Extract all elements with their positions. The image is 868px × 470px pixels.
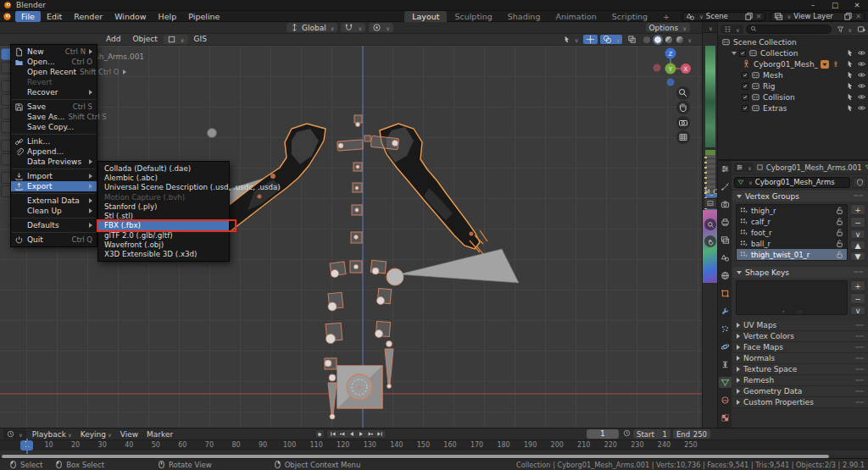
- proportional-edit-dropdown[interactable]: [369, 23, 393, 32]
- menubar-menu-pipeline[interactable]: Pipeline: [182, 11, 225, 22]
- menubar-menu-render[interactable]: Render: [68, 11, 108, 22]
- cursor-icon[interactable]: [845, 103, 854, 113]
- properties-tab-view-layer[interactable]: [719, 235, 732, 246]
- copy-icon[interactable]: [843, 12, 853, 21]
- export-menu-item-motion-capture-bvh-[interactable]: Motion Capture (.bvh): [98, 192, 229, 202]
- file-menu-item-import[interactable]: Import: [11, 171, 97, 181]
- properties-tab-particles[interactable]: [719, 323, 732, 335]
- move-group-up-button[interactable]: ▲: [850, 241, 865, 250]
- timeline-menu-playback[interactable]: Playback: [28, 430, 76, 439]
- timeline-ruler[interactable]: 1020304050607080901001101201301401501601…: [0, 440, 868, 450]
- export-menu-item-stl-stl-[interactable]: Stl (.stl): [98, 211, 229, 220]
- properties-tab-object[interactable]: [719, 288, 732, 299]
- gizmo-toggle[interactable]: [583, 35, 598, 44]
- view-layer-selector[interactable]: View Layer ✕: [771, 12, 865, 21]
- lock-open-icon[interactable]: [835, 217, 844, 226]
- properties-tab-object-data[interactable]: [719, 377, 732, 388]
- outliner-row-cyborg01-mesh-arms[interactable]: Cyborg01_Mesh_Arms: [718, 58, 868, 69]
- timeline-menu-view[interactable]: View: [116, 430, 142, 439]
- mode-dropdown[interactable]: [164, 35, 188, 44]
- prev-key-button[interactable]: [338, 430, 347, 438]
- collection-checkbox[interactable]: [742, 72, 748, 79]
- export-menu-item-collada-default-dae-[interactable]: Collada (Default) (.dae): [98, 163, 229, 173]
- nav-gizmo[interactable]: Z Y X: [654, 48, 692, 86]
- workspace-tab-layout[interactable]: Layout: [404, 11, 447, 22]
- outliner-display-mode[interactable]: [721, 25, 743, 34]
- panel-custom-properties[interactable]: Custom Properties══: [732, 397, 868, 408]
- file-menu-item-open-recent[interactable]: Open RecentShift Ctrl O: [11, 67, 97, 77]
- strip-image-dropdown[interactable]: [704, 198, 717, 208]
- file-menu-item-save[interactable]: SaveCtrl S: [11, 102, 97, 112]
- cursor-icon[interactable]: [845, 59, 854, 69]
- vertex-group-calf_r[interactable]: calf_r: [737, 216, 847, 227]
- side-editor-strip[interactable]: M_C: [702, 22, 717, 428]
- file-menu-item-new[interactable]: NewCtrl N: [11, 47, 97, 57]
- vertex-group-specials-button[interactable]: ∨: [850, 229, 865, 239]
- maximize-button[interactable]: □: [824, 0, 846, 10]
- copy-icon[interactable]: [744, 12, 754, 21]
- options-dropdown[interactable]: Options: [646, 23, 691, 32]
- select-mode-dropdown[interactable]: [559, 35, 581, 44]
- xray-toggle[interactable]: [625, 35, 639, 44]
- lock-open-icon[interactable]: [835, 228, 844, 237]
- properties-tab-constraints[interactable]: [719, 359, 732, 370]
- export-menu-item-alembic-abc-[interactable]: Alembic (.abc): [98, 173, 229, 182]
- properties-tab-material[interactable]: [719, 395, 732, 406]
- properties-tab-modifiers[interactable]: [719, 306, 732, 317]
- workspace-tab-shading[interactable]: Shading: [500, 11, 548, 22]
- export-menu-item-stanford-ply-[interactable]: Stanford (.ply): [98, 202, 229, 211]
- eye-icon[interactable]: [857, 92, 866, 102]
- add-shape-key-button[interactable]: +: [850, 280, 865, 291]
- eye-icon[interactable]: [857, 59, 866, 69]
- jump-last-button[interactable]: [376, 430, 384, 438]
- strip-zoom-button[interactable]: [704, 218, 716, 230]
- timeline-menu-keying[interactable]: Keying: [76, 430, 116, 439]
- properties-tab-tool[interactable]: [719, 181, 732, 192]
- properties-tab-scene[interactable]: [719, 252, 732, 263]
- mesh-name-field[interactable]: Cyborg01_Mesh_Arms: [734, 177, 850, 188]
- scene-selector[interactable]: Scene ✕: [682, 12, 765, 21]
- panel-face-maps[interactable]: Face Maps══: [732, 342, 868, 353]
- remove-shape-key-button[interactable]: −: [850, 293, 865, 304]
- properties-tab-texture[interactable]: [719, 412, 732, 423]
- panel-normals[interactable]: Normals══: [732, 353, 868, 364]
- properties-tab-world[interactable]: [719, 270, 732, 281]
- collection-checkbox[interactable]: [739, 50, 746, 57]
- outliner-filter-dropdown[interactable]: [834, 25, 854, 34]
- current-frame-field[interactable]: 1: [587, 429, 619, 439]
- cursor-icon[interactable]: [845, 81, 854, 91]
- frame-start-field[interactable]: Start 1: [633, 429, 670, 439]
- file-menu-item-revert[interactable]: Revert: [11, 77, 97, 87]
- vertex-group-ball_r[interactable]: ball_r: [737, 238, 847, 249]
- add-vertex-group-button[interactable]: +: [850, 204, 865, 215]
- expander-icon[interactable]: [732, 52, 737, 55]
- armature-bones[interactable]: [325, 115, 399, 419]
- jump-first-button[interactable]: [329, 430, 337, 438]
- strip-pan-button[interactable]: [704, 235, 716, 247]
- eye-icon[interactable]: [857, 81, 866, 91]
- breadcrumb-object[interactable]: Cyborg01_Mesh_Arms.001: [766, 163, 862, 172]
- add-menu[interactable]: Add: [100, 34, 126, 45]
- play-button[interactable]: [357, 430, 365, 438]
- shading-material-button[interactable]: [665, 36, 672, 43]
- outliner-row-collision[interactable]: Collision: [718, 91, 868, 102]
- panel-remesh[interactable]: Remesh══: [732, 375, 868, 386]
- collection-checkbox[interactable]: [742, 94, 748, 101]
- outliner-row-mesh[interactable]: Mesh: [718, 69, 868, 80]
- properties-editor-type[interactable]: [734, 163, 754, 172]
- file-menu-item-save-as-[interactable]: Save As...Shift Ctrl S: [11, 112, 97, 122]
- properties-tab-output[interactable]: [719, 217, 732, 228]
- shading-wireframe-button[interactable]: [643, 36, 650, 43]
- outliner-row-extras[interactable]: Extras: [718, 102, 868, 113]
- cursor-icon[interactable]: [845, 48, 854, 58]
- new-collection-icon[interactable]: [857, 25, 866, 34]
- lock-open-icon[interactable]: [835, 206, 844, 215]
- fake-user-button[interactable]: [853, 177, 866, 188]
- file-menu-item-data-previews[interactable]: Data Previews: [11, 157, 97, 167]
- frame-end-field[interactable]: End 250: [673, 429, 710, 439]
- robot-arm-right[interactable]: [380, 124, 487, 254]
- next-key-button[interactable]: [366, 430, 375, 438]
- file-menu-item-defaults[interactable]: Defaults: [11, 220, 97, 230]
- eye-icon[interactable]: [857, 70, 866, 80]
- workspace-tab-animation[interactable]: Animation: [548, 11, 604, 22]
